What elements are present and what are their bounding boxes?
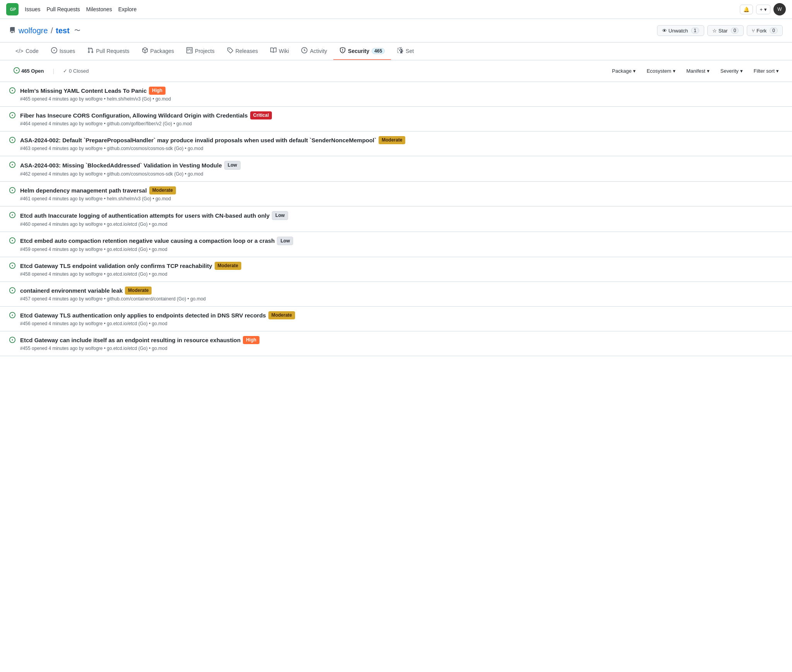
pr-icon [87,47,94,55]
issue-title-link[interactable]: Etcd auth Inaccurate logging of authenti… [20,211,270,220]
packages-icon [142,47,148,55]
issue-severity-badge: Moderate [268,311,295,319]
open-filter-button[interactable]: 465 Open [9,65,48,77]
issue-open-icon [9,137,15,144]
issue-title-link[interactable]: Helm's Missing YAML Content Leads To Pan… [20,87,147,95]
open-count-label: 465 Open [21,68,44,74]
issue-title-link[interactable]: Fiber has Insecure CORS Configuration, A… [20,111,248,119]
tab-activity[interactable]: Activity [295,43,333,60]
repo-header: wolfogre / test 〜 👁 Unwatch 1 ☆ Star 0 ⑂… [0,19,792,43]
issue-meta: #463 opened 4 minutes ago by wolfogre • … [20,146,783,151]
package-filter[interactable]: Package ▾ [608,66,640,76]
severity-filter[interactable]: Severity ▾ [717,66,747,76]
repo-owner-link[interactable]: wolfogre [19,26,48,35]
nav-explore[interactable]: Explore [118,5,137,14]
tab-packages[interactable]: Packages [136,43,180,60]
issue-title-link[interactable]: Etcd Gateway TLS endpoint validation onl… [20,262,212,270]
issue-title-link[interactable]: Etcd Gateway TLS authentication only app… [20,311,266,319]
issue-open-icon [9,212,15,219]
notifications-button[interactable]: 🔔 [740,5,753,14]
issue-severity-badge: Moderate [125,287,152,295]
manifest-filter[interactable]: Manifest ▾ [683,66,713,76]
issue-content: Etcd Gateway TLS endpoint validation onl… [20,262,783,277]
avatar[interactable]: W [773,3,786,15]
issue-open-icon [9,263,15,270]
ecosystem-filter[interactable]: Ecosystem ▾ [643,66,679,76]
issue-title: Helm's Missing YAML Content Leads To Pan… [20,87,783,95]
issue-severity-badge: Moderate [379,136,405,144]
issue-item: Etcd Gateway can include itself as an en… [0,331,792,356]
tab-projects[interactable]: Projects [180,43,221,60]
issue-list: Helm's Missing YAML Content Leads To Pan… [0,82,792,356]
tab-pull-requests[interactable]: Pull Requests [81,43,135,60]
manifest-filter-label: Manifest [686,68,705,74]
top-nav-links: Issues Pull Requests Milestones Explore [25,5,137,14]
new-item-button[interactable]: + ▾ [756,5,770,14]
issue-open-icon [9,87,15,95]
closed-filter-button[interactable]: ✓ 0 Closed [59,66,93,76]
issue-item: Etcd embed auto compaction retention neg… [0,232,792,258]
security-badge: 465 [372,48,385,54]
issues-icon [51,47,57,55]
issue-meta: #458 opened 4 minutes ago by wolfogre • … [20,271,783,277]
issue-open-icon [9,237,15,245]
bell-icon: 🔔 [743,7,749,12]
issue-meta: #456 opened 4 minutes ago by wolfogre • … [20,321,783,326]
issue-content: containerd environment variable leak Mod… [20,287,783,302]
issue-meta: #455 opened 4 minutes ago by wolfogre • … [20,346,783,351]
open-icon [14,67,20,75]
issue-severity-badge: Moderate [215,262,241,270]
issues-toolbar: 465 Open | ✓ 0 Closed Package ▾ Ecosyste… [0,60,792,82]
package-filter-label: Package [612,68,632,74]
fork-button[interactable]: ⑂ Fork 0 [747,25,783,36]
star-label: Star [719,28,728,34]
issue-content: Helm's Missing YAML Content Leads To Pan… [20,87,783,102]
issue-severity-badge: Critical [250,111,272,119]
tab-issues-label: Issues [60,48,75,54]
tab-releases[interactable]: Releases [221,43,264,60]
issue-title: Etcd Gateway TLS authentication only app… [20,311,783,319]
nav-issues[interactable]: Issues [25,5,40,14]
issue-content: Fiber has Insecure CORS Configuration, A… [20,111,783,126]
nav-pull-requests[interactable]: Pull Requests [46,5,80,14]
issue-title-link[interactable]: Etcd embed auto compaction retention neg… [20,237,275,245]
tab-settings[interactable]: Set [391,43,420,60]
toolbar-separator: | [53,68,55,74]
site-logo[interactable]: GP [6,3,19,15]
repo-name-link[interactable]: test [56,26,70,35]
tab-issues[interactable]: Issues [45,43,81,60]
unwatch-label: Unwatch [669,28,688,34]
issue-open-icon [9,312,15,319]
issue-open-icon [9,162,15,169]
sort-filter[interactable]: Filter sort ▾ [750,66,783,76]
code-icon: </> [15,48,23,54]
tab-activity-label: Activity [310,48,327,54]
issue-content: ASA-2024-002: Default `PrepareProposalHa… [20,136,783,151]
issue-title: Fiber has Insecure CORS Configuration, A… [20,111,783,119]
issue-title: Helm dependency management path traversa… [20,186,783,194]
issue-title-link[interactable]: ASA-2024-003: Missing `BlockedAddressed`… [20,161,222,169]
issue-title-link[interactable]: Helm dependency management path traversa… [20,186,147,194]
issue-title-link[interactable]: Etcd Gateway can include itself as an en… [20,336,241,344]
unwatch-button[interactable]: 👁 Unwatch 1 [657,25,704,36]
nav-milestones[interactable]: Milestones [86,5,112,14]
settings-icon [397,47,403,55]
issue-item: Etcd auth Inaccurate logging of authenti… [0,206,792,232]
tab-pr-label: Pull Requests [96,48,129,54]
issue-title-link[interactable]: containerd environment variable leak [20,287,123,295]
star-button[interactable]: ☆ Star 0 [707,25,744,36]
repo-full-name: wolfogre / test [19,26,70,35]
tab-wiki[interactable]: Wiki [264,43,295,60]
sort-chevron-icon: ▾ [776,68,779,74]
ecosystem-filter-label: Ecosystem [647,68,671,74]
issue-severity-badge: Moderate [149,186,176,194]
issue-title-link[interactable]: ASA-2024-002: Default `PrepareProposalHa… [20,136,376,144]
activity-icon [301,47,307,55]
tab-releases-label: Releases [236,48,258,54]
issue-content: Helm dependency management path traversa… [20,186,783,201]
fork-icon: ⑂ [752,28,755,34]
tab-code[interactable]: </> Code [9,43,45,60]
ecosystem-chevron-icon: ▾ [673,68,676,74]
tab-packages-label: Packages [150,48,174,54]
tab-security[interactable]: Security 465 [333,43,391,60]
